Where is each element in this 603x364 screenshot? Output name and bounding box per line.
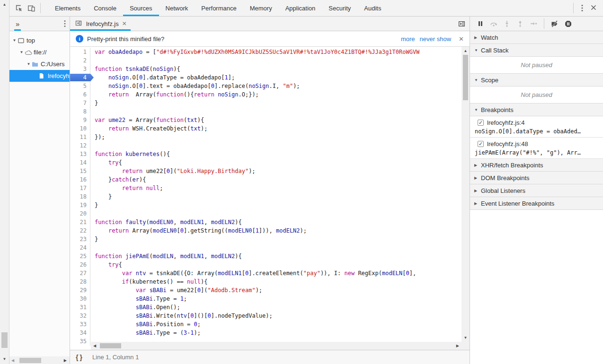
navigator-menu-icon[interactable] [64, 20, 66, 27]
collapse-icon[interactable]: ▼ [26, 62, 32, 66]
inspect-element-icon[interactable] [13, 2, 25, 14]
breakpoint-checkbox[interactable]: ✓ [478, 120, 484, 126]
line-number[interactable]: 24 [70, 243, 90, 252]
line-number[interactable]: 12 [70, 141, 90, 150]
section-header-scope[interactable]: ▼Scope [470, 74, 603, 87]
line-number[interactable]: 21 [70, 218, 90, 226]
banner-never-show-link[interactable]: never show [420, 35, 451, 43]
line-number[interactable]: 32 [70, 312, 90, 320]
section-header-watch[interactable]: ▶Watch [470, 31, 603, 44]
open-more-editors-icon[interactable] [458, 17, 470, 31]
line-number[interactable]: 25 [70, 252, 90, 260]
collapse-icon[interactable]: ▼ [18, 50, 25, 54]
file-tab-close-icon[interactable]: ✕ [122, 20, 127, 27]
section-header-xhr-fetch-breakpoints[interactable]: ▶XHR/fetch Breakpoints [470, 159, 603, 172]
scroll-left-arrow-icon[interactable]: ◀ [11, 358, 14, 363]
scroll-right-arrow-icon[interactable]: ▶ [456, 344, 459, 348]
line-number[interactable]: 9 [70, 116, 90, 124]
main-tab-security[interactable]: Security [322, 0, 357, 16]
main-tab-application[interactable]: Application [279, 0, 322, 16]
line-number[interactable]: 13 [70, 150, 90, 158]
tree-item-lrefocyhfz-js[interactable]: lrefocyhfz.js [9, 70, 70, 82]
tree-item-file[interactable]: ▼file:// [9, 46, 70, 58]
section-header-event-listener-breakpoints[interactable]: ▶Event Listener Breakpoints [470, 197, 603, 210]
scroll-down-arrow-icon[interactable]: ▼ [461, 336, 470, 340]
line-number[interactable]: 18 [70, 192, 90, 201]
navigator-more-tabs-button[interactable]: » [14, 17, 21, 31]
step-over-icon[interactable] [488, 18, 499, 29]
section-header-breakpoints[interactable]: ▼Breakpoints [470, 104, 603, 116]
scroll-down-arrow-icon[interactable]: ▼ [0, 357, 9, 361]
line-number[interactable]: 15 [70, 167, 90, 175]
pause-on-exceptions-icon[interactable] [562, 18, 574, 29]
main-tab-elements[interactable]: Elements [48, 0, 87, 16]
editor-vertical-scrollbar[interactable]: ▲ ▼ [461, 47, 470, 342]
line-number[interactable]: 10 [70, 124, 90, 133]
pretty-print-button[interactable]: { } [76, 354, 83, 361]
line-number[interactable]: 17 [70, 184, 90, 192]
line-number[interactable]: 33 [70, 320, 90, 329]
breakpoint-checkbox[interactable]: ✓ [478, 141, 484, 147]
page-vertical-scrollbar[interactable]: ▲ ▼ [0, 0, 9, 364]
line-number[interactable]: 31 [70, 303, 90, 312]
main-tab-network[interactable]: Network [159, 0, 195, 16]
line-number[interactable]: 29 [70, 286, 90, 295]
line-number[interactable]: 16 [70, 175, 90, 184]
line-number[interactable]: 19 [70, 201, 90, 209]
line-number[interactable]: 20 [70, 209, 90, 218]
tree-item-c-users[interactable]: ▼C:/Users [9, 58, 70, 70]
editor-horizontal-scrollbar[interactable]: ◀ ▶ [91, 342, 461, 350]
main-tab-memory[interactable]: Memory [243, 0, 279, 16]
banner-close-icon[interactable]: ✕ [459, 35, 464, 43]
scrollbar-thumb[interactable] [1, 332, 8, 348]
line-number[interactable]: 26 [70, 260, 90, 269]
line-number[interactable]: 27 [70, 269, 90, 277]
breakpoint-entry[interactable]: ✓lrefocyhfz.js:48jiePAmE(Array("#!%", "g… [470, 138, 603, 159]
device-toolbar-icon[interactable] [25, 2, 37, 14]
hide-navigator-icon[interactable] [75, 19, 82, 28]
section-header-dom-breakpoints[interactable]: ▶DOM Breakpoints [470, 172, 603, 184]
line-number[interactable]: 3 [70, 65, 90, 73]
navigator-horizontal-scrollbar[interactable]: ◀ ▶ [9, 356, 70, 364]
line-number[interactable]: 30 [70, 295, 90, 303]
line-number[interactable]: 1 [70, 48, 90, 56]
breakpoint-line-number[interactable]: 4 [70, 73, 90, 82]
line-number[interactable]: 5 [70, 82, 90, 90]
scrollbar-thumb[interactable] [19, 358, 41, 363]
main-tab-performance[interactable]: Performance [195, 0, 243, 16]
scroll-left-arrow-icon[interactable]: ◀ [93, 344, 96, 348]
scrollbar-thumb[interactable] [100, 343, 121, 348]
section-header-global-listeners[interactable]: ▶Global Listeners [470, 184, 603, 197]
line-number[interactable]: 22 [70, 226, 90, 235]
line-number[interactable]: 23 [70, 235, 90, 243]
step-out-icon[interactable] [514, 18, 526, 29]
scroll-up-arrow-icon[interactable]: ▲ [461, 49, 470, 53]
line-number[interactable]: 11 [70, 133, 90, 141]
main-tab-console[interactable]: Console [87, 0, 123, 16]
step-into-icon[interactable] [501, 18, 513, 29]
file-tab[interactable]: lrefocyhfz.js ✕ [70, 17, 131, 31]
collapse-icon[interactable]: ▼ [11, 38, 18, 43]
tree-item-top[interactable]: ▼top [9, 35, 70, 46]
devtools-menu-icon[interactable] [576, 4, 588, 12]
line-number[interactable]: 2 [70, 56, 90, 65]
scrollbar-thumb[interactable] [463, 55, 468, 100]
main-tab-audits[interactable]: Audits [357, 0, 388, 16]
code-editor[interactable]: 1var obaAdedapo = ["d#!%FyIGxvb#!%dUZXh0… [70, 47, 470, 350]
line-number[interactable]: 35 [70, 337, 90, 346]
line-number[interactable]: 28 [70, 277, 90, 286]
step-icon[interactable] [528, 18, 539, 29]
deactivate-breakpoints-icon[interactable] [549, 18, 560, 29]
scroll-up-arrow-icon[interactable]: ▲ [0, 2, 9, 7]
breakpoint-entry[interactable]: ✓lrefocyhfz.js:4noSign.O[0].dataType = o… [470, 116, 603, 138]
scroll-right-arrow-icon[interactable]: ▶ [64, 358, 67, 363]
line-number[interactable]: 8 [70, 107, 90, 116]
close-devtools-icon[interactable] [588, 4, 599, 12]
pause-icon[interactable] [475, 18, 486, 29]
main-tab-sources[interactable]: Sources [123, 0, 159, 16]
line-number[interactable]: 7 [70, 99, 90, 107]
section-header-call-stack[interactable]: ▼Call Stack [470, 44, 603, 57]
banner-more-link[interactable]: more [401, 35, 415, 43]
line-number[interactable]: 14 [70, 158, 90, 167]
line-number[interactable]: 6 [70, 90, 90, 99]
